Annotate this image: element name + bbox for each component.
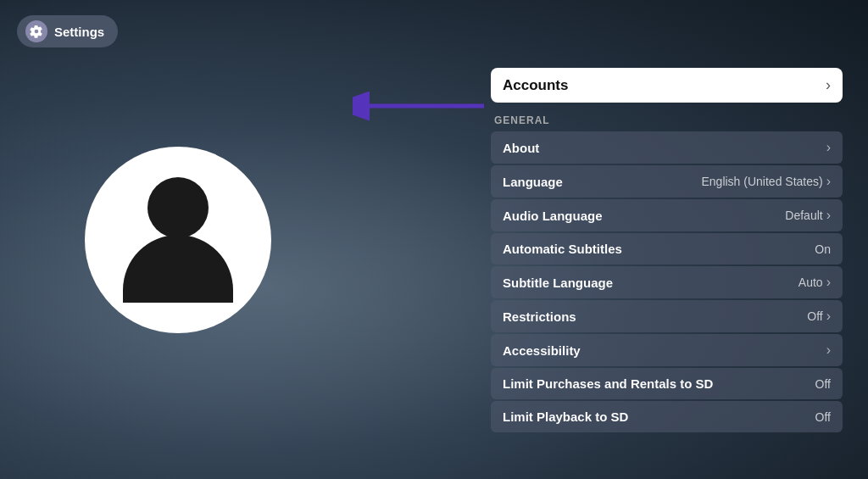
row-label: Subtitle Language: [503, 276, 613, 290]
chevron-right-icon: ›: [826, 140, 831, 155]
settings-list: About›LanguageEnglish (United States)›Au…: [491, 131, 843, 432]
row-value-text: On: [815, 242, 831, 256]
settings-header: Settings: [17, 15, 118, 47]
chevron-right-icon: ›: [826, 309, 831, 324]
arrow-annotation: [353, 85, 488, 131]
chevron-right-icon: ›: [826, 343, 831, 358]
row-value: Default›: [785, 208, 831, 223]
row-value-text: Off: [815, 410, 831, 424]
settings-row[interactable]: Subtitle LanguageAuto›: [491, 266, 843, 298]
settings-title: Settings: [54, 25, 104, 39]
row-label: Accessibility: [503, 343, 581, 358]
row-value-text: Off: [807, 309, 822, 323]
row-label: Automatic Subtitles: [503, 242, 622, 256]
row-value-text: English (United States): [701, 175, 822, 188]
avatar-person-icon: [123, 177, 233, 303]
general-section-label: GENERAL: [491, 106, 843, 131]
accounts-label: Accounts: [503, 77, 568, 94]
row-label: About: [503, 141, 539, 155]
settings-row[interactable]: Limit Purchases and Rentals to SDOff: [491, 368, 843, 399]
row-value: English (United States)›: [701, 174, 831, 189]
avatar-section: [51, 147, 305, 333]
row-label: Restrictions: [503, 309, 576, 324]
settings-row[interactable]: Audio LanguageDefault›: [491, 199, 843, 231]
avatar: [85, 147, 271, 333]
row-value: ›: [826, 343, 831, 358]
row-label: Limit Purchases and Rentals to SD: [503, 376, 713, 391]
gear-icon: [25, 20, 47, 42]
avatar-head: [147, 177, 209, 238]
avatar-body: [123, 235, 233, 303]
settings-row[interactable]: Automatic SubtitlesOn: [491, 233, 843, 265]
row-label: Limit Playback to SD: [503, 409, 628, 424]
settings-row[interactable]: About›: [491, 131, 843, 164]
row-label: Language: [503, 175, 563, 189]
row-value: Off: [815, 410, 831, 424]
chevron-right-icon: ›: [826, 208, 831, 223]
row-value-text: Auto: [798, 276, 823, 289]
settings-row[interactable]: LanguageEnglish (United States)›: [491, 165, 843, 198]
right-panel: Accounts › GENERAL About›LanguageEnglish…: [491, 68, 843, 432]
row-label: Audio Language: [503, 209, 603, 223]
settings-row[interactable]: Limit Playback to SDOff: [491, 401, 843, 432]
accounts-chevron-icon: ›: [826, 76, 831, 94]
row-value: Auto›: [798, 275, 831, 290]
settings-row[interactable]: RestrictionsOff›: [491, 300, 843, 332]
row-value: On: [815, 242, 831, 256]
row-value-text: Default: [785, 209, 822, 222]
settings-row[interactable]: Accessibility›: [491, 334, 843, 366]
chevron-right-icon: ›: [826, 174, 831, 189]
row-value: Off: [815, 377, 831, 391]
row-value: Off›: [807, 309, 831, 324]
row-value-text: Off: [815, 377, 831, 391]
row-value: ›: [826, 140, 831, 155]
accounts-row[interactable]: Accounts ›: [491, 68, 843, 103]
chevron-right-icon: ›: [826, 275, 831, 290]
